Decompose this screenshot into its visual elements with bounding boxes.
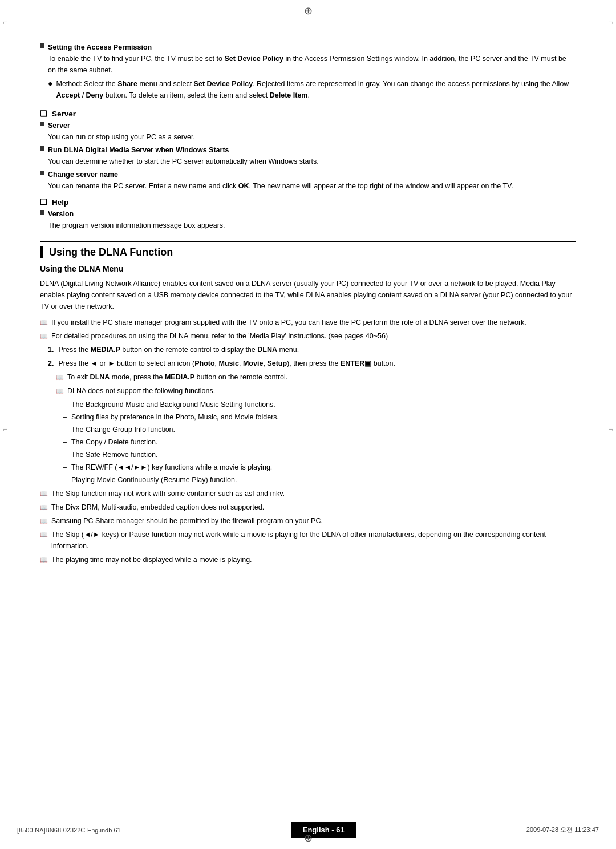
step2-note-1-text: To exit DLNA mode, press the MEDIA.P but…: [67, 371, 287, 383]
page: ⊕ ⌐ ⌐ ⌐ ⌐ Setting the Access Permission …: [0, 0, 616, 849]
dash-item-3-text: The Change Group Info function.: [71, 424, 175, 435]
dash-item-4: – The Copy / Delete function.: [63, 436, 576, 448]
server-sub-heading: Server: [40, 122, 576, 130]
dash-item-7: – Playing Movie Continuously (Resume Pla…: [63, 474, 576, 486]
version-desc: The program version information message …: [48, 220, 576, 231]
square-bullet-change-icon: [40, 171, 44, 175]
dash-item-7-text: Playing Movie Continuously (Resume Play)…: [71, 474, 237, 486]
dlna-step-1: 1. Press the MEDIA.P button on the remot…: [48, 344, 576, 355]
extra-note-2: 📖 The Divx DRM, Multi-audio, embedded ca…: [40, 502, 576, 513]
dash-item-2-text: Sorting files by preference in the Photo…: [71, 411, 279, 423]
extra-note-5: 📖 The playing time may not be displayed …: [40, 554, 576, 565]
extra-note-icon-1: 📖: [40, 489, 48, 499]
crosshair-top-icon: ⊕: [304, 5, 313, 17]
dash-list: – The Background Music and Background Mu…: [63, 399, 576, 486]
dlna-note-1: 📖 If you install the PC share manager pr…: [40, 317, 576, 328]
border-mark-right-top: ⌐: [609, 17, 613, 26]
server-checkbox-label: Server: [52, 110, 76, 118]
border-mark-right-mid: ⌐: [609, 424, 613, 434]
square-bullet-icon: [40, 43, 44, 48]
step-2-label: 2.: [48, 358, 54, 369]
version-title: Version: [48, 210, 74, 218]
setting-access-title: Setting the Access Permission: [48, 43, 152, 51]
dlna-note-2-text: For detailed procedures on using the DLN…: [51, 330, 388, 342]
step2-notes: 📖 To exit DLNA mode, press the MEDIA.P b…: [56, 371, 576, 397]
dlna-step-2: 2. Press the ◄ or ► button to select an …: [48, 358, 576, 369]
dash-icon-2: –: [63, 411, 67, 423]
dash-icon-1: –: [63, 399, 67, 410]
server-checkbox-heading: ❑ Server: [40, 109, 576, 118]
step2-note-1: 📖 To exit DLNA mode, press the MEDIA.P b…: [56, 371, 576, 383]
extra-note-icon-2: 📖: [40, 503, 48, 513]
setting-access-bullet: ● Method: Select the Share menu and sele…: [48, 78, 576, 103]
dash-icon-5: –: [63, 449, 67, 460]
extra-note-2-text: The Divx DRM, Multi-audio, embedded capt…: [51, 502, 264, 513]
dash-item-3: – The Change Group Info function.: [63, 424, 576, 435]
setting-access-section: Setting the Access Permission To enable …: [40, 43, 576, 103]
extra-notes: 📖 The Skip function may not work with so…: [40, 488, 576, 565]
note-icon-1: 📖: [40, 318, 48, 328]
dash-item-5-text: The Safe Remove function.: [71, 449, 157, 460]
footer-left: [8500-NA]BN68-02322C-Eng.indb 61: [17, 827, 121, 834]
dash-item-1-text: The Background Music and Background Musi…: [71, 399, 275, 410]
dlna-menu-heading: Using the DLNA Menu: [40, 264, 576, 273]
step2-note-2-text: DLNA does not support the following func…: [67, 385, 215, 397]
dlna-main-section: Using the DLNA Function: [40, 241, 576, 258]
extra-note-icon-5: 📖: [40, 555, 48, 565]
border-mark-left-mid: ⌐: [3, 424, 7, 434]
step-1-label: 1.: [48, 344, 54, 355]
dash-item-2: – Sorting files by preference in the Pho…: [63, 411, 576, 423]
dash-icon-4: –: [63, 436, 67, 448]
extra-note-1-text: The Skip function may not work with some…: [51, 488, 285, 499]
dlna-steps: 1. Press the MEDIA.P button on the remot…: [48, 344, 576, 369]
dash-item-5: – The Safe Remove function.: [63, 449, 576, 460]
server-checkbox-section: ❑ Server Server You can run or stop usin…: [40, 109, 576, 192]
checkbox-icon: ❑: [40, 109, 47, 118]
setting-access-para1: To enable the TV to find your PC, the TV…: [48, 53, 576, 76]
bullet-dot-icon: ●: [48, 79, 52, 88]
help-checkbox-section: ❑ Help Version The program version infor…: [40, 197, 576, 231]
note-icon-2: 📖: [40, 331, 48, 342]
run-dlna-heading: Run DLNA Digital Media Server when Windo…: [40, 146, 576, 154]
step2-note-icon-1: 📖: [56, 373, 64, 383]
step-2-text: Press the ◄ or ► button to select an ico…: [58, 358, 395, 369]
dash-icon-3: –: [63, 424, 67, 435]
dash-item-1: – The Background Music and Background Mu…: [63, 399, 576, 410]
dlna-note-1-text: If you install the PC share manager prog…: [51, 317, 526, 328]
dash-item-6-text: The REW/FF (◄◄/►►) key functions while a…: [71, 462, 272, 473]
dlna-intro: DLNA (Digital Living Network Alliance) e…: [40, 278, 576, 312]
setting-access-bullet-text: Method: Select the Share menu and select…: [56, 78, 576, 101]
dlna-main-title: Using the DLNA Function: [49, 246, 173, 258]
dash-item-6: – The REW/FF (◄◄/►►) key functions while…: [63, 462, 576, 473]
extra-note-icon-4: 📖: [40, 530, 48, 540]
footer-center: English - 61: [291, 822, 356, 838]
dlna-note-2: 📖 For detailed procedures on using the D…: [40, 330, 576, 342]
change-server-desc: You can rename the PC server. Enter a ne…: [48, 180, 576, 192]
square-bullet-dlna-icon: [40, 146, 44, 151]
extra-note-5-text: The playing time may not be displayed wh…: [51, 554, 252, 565]
square-bullet-version-icon: [40, 210, 44, 215]
run-dlna-desc: You can determine whether to start the P…: [48, 156, 576, 167]
server-sub-title: Server: [48, 122, 70, 130]
border-mark-left-top: ⌐: [3, 17, 7, 26]
change-server-heading: Change server name: [40, 171, 576, 179]
square-bullet-server-icon: [40, 122, 44, 126]
extra-note-4: 📖 The Skip (◄/► keys) or Pause function …: [40, 529, 576, 552]
crosshair-bottom-icon: ⊕: [304, 832, 313, 844]
dash-icon-6: –: [63, 462, 67, 473]
extra-note-4-text: The Skip (◄/► keys) or Pause function ma…: [51, 529, 576, 552]
dash-icon-7: –: [63, 474, 67, 486]
extra-note-icon-3: 📖: [40, 516, 48, 527]
run-dlna-title: Run DLNA Digital Media Server when Windo…: [48, 146, 229, 154]
step2-note-icon-2: 📖: [56, 386, 64, 397]
help-checkbox-heading: ❑ Help: [40, 197, 576, 207]
left-bar-icon: [40, 246, 43, 258]
server-desc: You can run or stop using your PC as a s…: [48, 131, 576, 143]
help-checkbox-icon: ❑: [40, 197, 47, 207]
change-server-title: Change server name: [48, 171, 118, 179]
step2-note-2: 📖 DLNA does not support the following fu…: [56, 385, 576, 397]
extra-note-3-text: Samsung PC Share manager should be permi…: [51, 515, 323, 527]
main-content: Setting the Access Permission To enable …: [40, 23, 576, 565]
help-checkbox-label: Help: [52, 198, 68, 207]
version-heading: Version: [40, 210, 576, 218]
